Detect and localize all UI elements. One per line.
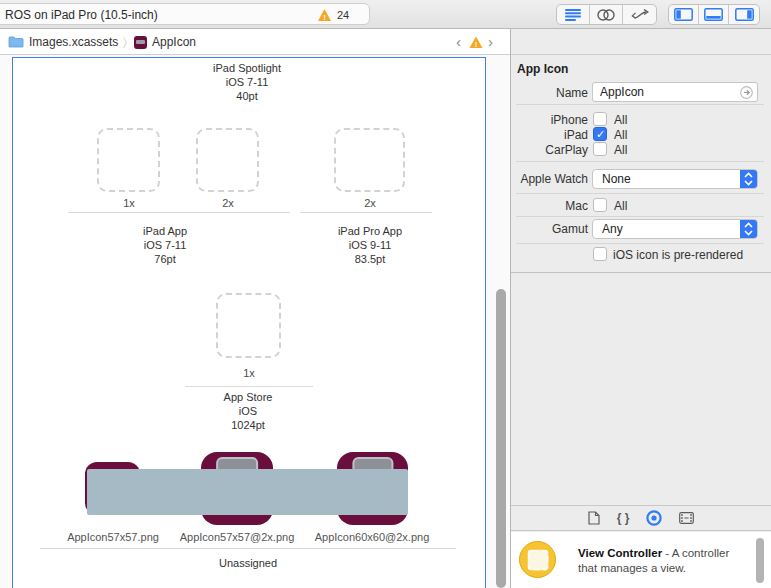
navigate-arrow-icon[interactable] (740, 86, 753, 99)
debug-panel-icon (704, 8, 723, 21)
iphone-label: iPhone (500, 113, 588, 127)
gamut-label: Gamut (500, 222, 588, 236)
svg-text:!: ! (323, 13, 326, 22)
media-library-icon[interactable] (679, 512, 694, 524)
name-field[interactable]: AppIcon (592, 82, 758, 102)
editor-scrollbar[interactable] (496, 289, 506, 588)
scale-label: 2x (222, 197, 234, 209)
mac-checkbox[interactable] (593, 198, 607, 212)
library-item-text[interactable]: View Controller - A controller that mana… (578, 544, 748, 576)
carplay-checkbox[interactable] (593, 142, 607, 156)
library-item-desc: - A controller (662, 547, 729, 559)
section-title-ipad-spotlight: iPad Spotlight iOS 7-11 40pt (213, 61, 281, 103)
inspector-panel-icon (735, 8, 754, 21)
inspector-divider (516, 161, 764, 162)
dropdown-stepper-icon (740, 170, 757, 188)
toolbar: ROS on iPad Pro (10.5-inch) ! 24 (0, 0, 771, 29)
warning-icon[interactable]: ! (317, 8, 332, 22)
image-filename: AppIcon60x60@2x.png (315, 531, 430, 543)
iphone-checkbox[interactable] (593, 112, 607, 126)
run-destination-text: ROS on iPad Pro (10.5-inch) (5, 8, 158, 22)
object-library-icon[interactable] (646, 510, 662, 526)
next-issue-button[interactable]: › (488, 33, 493, 50)
library-scrollbar[interactable] (756, 538, 764, 583)
unassigned-label: Unassigned (219, 557, 277, 569)
section-title-ipad-pro-app: iPad Pro App iOS 9-11 83.5pt (338, 224, 402, 266)
breadcrumb-item[interactable]: AppIcon (152, 35, 196, 49)
iphone-all-label: All (614, 113, 627, 127)
standard-editor-button[interactable] (557, 5, 590, 24)
inspector-title: App Icon (517, 62, 568, 76)
view-controller-icon[interactable] (519, 541, 556, 578)
group-divider (185, 386, 313, 387)
assistant-editor-icon (597, 9, 615, 21)
name-label: Name (500, 86, 588, 100)
ipad-label: iPad (500, 128, 588, 142)
toggle-debug-area-button[interactable] (699, 5, 729, 24)
inspector-selector-bar: ? (510, 29, 771, 55)
prerendered-label: iOS icon is pre-rendered (613, 248, 743, 262)
library-item-title: View Controller (578, 547, 662, 559)
standard-editor-icon (565, 9, 581, 21)
section-title-app-store: App Store iOS 1024pt (224, 390, 273, 432)
scale-label: 2x (364, 197, 376, 209)
library-item-desc-line2: that manages a view. (578, 561, 748, 576)
icon-slot-spotlight-2x[interactable] (196, 128, 259, 192)
inspector-section-divider (511, 272, 771, 273)
scale-label: 1x (243, 367, 255, 379)
icon-slot-ipadpro-2x[interactable] (334, 128, 405, 192)
version-editor-button[interactable] (623, 5, 656, 24)
carplay-label: CarPlay (500, 143, 588, 157)
inspector-divider (516, 104, 764, 105)
icon-slot-spotlight-1x[interactable] (97, 128, 160, 192)
section-title-ipad-app: iPad App iOS 7-11 76pt (143, 224, 187, 266)
apple-watch-label: Apple Watch (500, 172, 588, 186)
inspector-divider (516, 193, 764, 194)
group-divider (300, 212, 432, 213)
scale-label: 1x (123, 197, 135, 209)
editor-mode-group (556, 4, 657, 25)
prerendered-checkbox[interactable] (593, 247, 607, 261)
jump-bar: Images.xcassets 〉 AppIcon ‹ ! › (0, 29, 510, 55)
inspector-divider (516, 243, 764, 244)
image-filename: AppIcon57x57@2x.png (180, 531, 295, 543)
drag-selection-overlay[interactable] (87, 469, 408, 515)
gamut-dropdown[interactable]: Any (592, 219, 758, 239)
panel-toggle-group (668, 4, 760, 25)
toggle-inspector-button[interactable] (729, 5, 759, 24)
apple-watch-dropdown[interactable]: None (592, 169, 758, 189)
issue-warning-icon[interactable]: ! (469, 36, 483, 49)
warning-count[interactable]: 24 (337, 9, 349, 21)
code-snippet-library-icon[interactable]: { } (617, 511, 630, 525)
image-filename: AppIcon57x57.png (67, 531, 159, 543)
carplay-all-label: All (614, 143, 627, 157)
library-selector-bar: { } (511, 505, 771, 531)
toggle-navigator-button[interactable] (669, 5, 699, 24)
svg-text:!: ! (475, 40, 478, 49)
file-template-library-icon[interactable] (588, 511, 600, 525)
inspector-divider (516, 216, 764, 217)
breadcrumb-group[interactable]: Images.xcassets (29, 35, 118, 49)
version-editor-icon (631, 9, 649, 21)
appicon-thumbnail-icon (134, 36, 147, 49)
breadcrumb-separator: 〉 (122, 35, 134, 52)
activity-status-pill: ROS on iPad Pro (10.5-inch) ! 24 (0, 3, 370, 25)
dropdown-stepper-icon (740, 220, 757, 238)
mac-all-label: All (614, 199, 627, 213)
mac-label: Mac (500, 199, 588, 213)
ipad-all-label: All (614, 128, 627, 142)
navigator-panel-icon (674, 8, 693, 21)
folder-icon (8, 36, 24, 48)
group-divider (68, 212, 290, 213)
group-divider (40, 548, 456, 549)
assistant-editor-button[interactable] (590, 5, 623, 24)
previous-issue-button[interactable]: ‹ (456, 33, 461, 50)
icon-slot-ipad-app-1x[interactable] (216, 293, 281, 358)
ipad-checkbox[interactable] (593, 127, 607, 141)
